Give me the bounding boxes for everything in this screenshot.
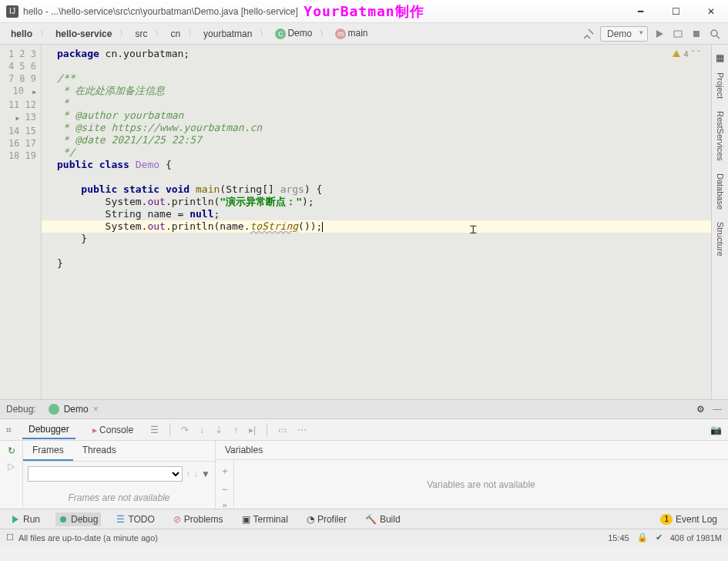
resume-icon[interactable]: ▷ [8, 461, 15, 472]
run-config-selector[interactable]: Demo [600, 26, 648, 42]
svg-rect-1 [693, 31, 699, 37]
status-hide-icon[interactable]: ☐ [6, 532, 14, 543]
right-tool-strip: ▦ Project RestServices Database Structur… [711, 45, 728, 399]
tool-database[interactable]: Database [716, 170, 725, 213]
force-step-into-icon[interactable]: ⇣ [215, 425, 223, 435]
warning-icon [672, 49, 681, 59]
tw-run[interactable]: Run [8, 512, 43, 526]
frames-empty: Frames are not available [23, 486, 215, 509]
attach-icon[interactable] [671, 27, 685, 41]
bug-icon[interactable]: ⌗ [6, 425, 12, 435]
add-watch-icon[interactable]: ＋ [220, 465, 230, 478]
chevron-down-icon[interactable]: ˇ [697, 49, 700, 59]
tab-console[interactable]: ▸ Console [86, 422, 139, 438]
tw-build[interactable]: 🔨Build [362, 512, 404, 526]
breadcrumbs: hello〉 hello-service〉 src〉 cn〉 yourbatma… [6, 26, 372, 41]
line-gutter: 1 2 3 4 5 6 7 8 9 10 ▶ 11 12 ▶ 13 14 15 … [0, 45, 42, 399]
caret-position[interactable]: 15:45 [608, 533, 629, 543]
crumb-hello[interactable]: hello [6, 27, 37, 41]
debug-label: Debug: [6, 404, 36, 415]
variables-header: Variables [216, 441, 728, 460]
tool-structure[interactable]: Structure [716, 219, 725, 260]
run-to-cursor-icon[interactable]: ▸| [249, 425, 256, 435]
frames-panel: Frames Threads ↑ ↓ ▼ Frames are not avai… [23, 441, 216, 509]
next-frame-icon[interactable]: ↓ [193, 469, 198, 479]
memory-indicator[interactable]: 408 of 1981M [670, 533, 722, 543]
variables-panel: Variables ＋ − » Variables are not availa… [216, 441, 728, 509]
event-count-badge: 1 [660, 514, 673, 525]
crumb-src[interactable]: src [130, 27, 152, 41]
crumb-cn[interactable]: cn [166, 27, 185, 41]
inspection-summary[interactable]: 4 ˆ ˇ [672, 49, 700, 59]
svg-rect-0 [674, 31, 682, 37]
tab-threads[interactable]: Threads [73, 441, 126, 461]
stop-icon[interactable] [689, 27, 703, 41]
titlebar: IJ hello - ...\hello-service\src\cn\your… [0, 0, 728, 23]
class-icon [49, 404, 59, 415]
thread-dump-icon[interactable]: 📷 [710, 425, 722, 435]
svg-point-2 [711, 30, 717, 36]
prev-frame-icon[interactable]: ↑ [186, 469, 190, 479]
watermark-text: YourBatman制作 [304, 2, 424, 21]
tool-project[interactable]: Project [716, 69, 725, 102]
crumb-demo[interactable]: CDemo [270, 26, 317, 41]
method-icon: m [335, 29, 346, 39]
tab-debugger[interactable]: Debugger [22, 421, 75, 439]
variables-empty: Variables are not available [234, 460, 728, 509]
status-bar: ☐ All files are up-to-date (a minute ago… [0, 529, 728, 546]
inspection-ok-icon[interactable]: ✔ [656, 532, 663, 543]
show-watches-icon[interactable]: » [223, 501, 227, 509]
layout-icon[interactable]: ☰ [150, 425, 159, 435]
rerun-icon[interactable]: ↻ [8, 445, 15, 456]
svg-point-4 [60, 516, 66, 522]
tw-problems[interactable]: ⊘Problems [170, 512, 226, 526]
editor-area: 1 2 3 4 5 6 7 8 9 10 ▶ 11 12 ▶ 13 14 15 … [0, 45, 728, 399]
debug-side-actions: ↻ ▷ [0, 441, 23, 509]
fold-icon[interactable]: ▶ [15, 113, 19, 125]
step-into-icon[interactable]: ↓ [200, 425, 204, 435]
tw-todo[interactable]: ☰TODO [113, 512, 157, 526]
image-tool-icon[interactable]: ▦ [716, 52, 724, 63]
search-icon[interactable] [708, 27, 722, 41]
tw-profiler[interactable]: ◔Profiler [304, 512, 350, 526]
app-icon: IJ [6, 5, 18, 18]
close-button[interactable]: ✕ [700, 4, 722, 19]
fold-icon[interactable]: ▶ [32, 86, 36, 99]
debug-toolbar: ⌗ Debugger ▸ Console ☰ ↷ ↓ ⇣ ↑ ▸| ▭ ⋯ 📷 [0, 419, 728, 441]
thread-selector[interactable] [28, 466, 183, 482]
maximize-button[interactable]: ☐ [665, 4, 686, 19]
gear-icon[interactable]: ⚙ [696, 404, 705, 415]
chevron-up-icon[interactable]: ˆ [692, 49, 695, 59]
code-editor[interactable]: package cn.yourbatman; /** * 在此处添加备注信息 *… [42, 45, 711, 399]
crumb-yourbatman[interactable]: yourbatman [199, 27, 257, 41]
class-icon: C [275, 29, 286, 39]
debug-body: ↻ ▷ Frames Threads ↑ ↓ ▼ Frames are not … [0, 441, 728, 509]
filter-icon[interactable]: ▼ [201, 469, 210, 479]
evaluate-icon[interactable]: ▭ [278, 425, 287, 435]
tw-eventlog[interactable]: 1 Event Log [657, 512, 720, 526]
run-icon[interactable] [653, 27, 666, 41]
minimize-button[interactable]: ━ [629, 4, 651, 19]
tw-debug[interactable]: Debug [55, 512, 101, 526]
debug-session-tab[interactable]: Demo × [44, 402, 103, 416]
tw-terminal[interactable]: ▣Terminal [239, 512, 291, 526]
lock-icon[interactable]: 🔒 [637, 532, 648, 543]
status-message: All files are up-to-date (a minute ago) [18, 533, 158, 543]
debug-panel-header: Debug: Demo × ⚙ — [0, 399, 728, 419]
minimize-panel-icon[interactable]: — [713, 404, 722, 415]
build-icon[interactable] [582, 27, 595, 41]
more-icon[interactable]: ⋯ [297, 425, 307, 435]
crumb-hello-service[interactable]: hello-service [51, 27, 116, 41]
text-cursor-icon: Ꮖ [470, 223, 477, 236]
step-over-icon[interactable]: ↷ [181, 425, 189, 435]
tool-restservices[interactable]: RestServices [716, 108, 725, 164]
svg-line-3 [716, 35, 720, 39]
remove-watch-icon[interactable]: − [222, 484, 227, 495]
crumb-main[interactable]: mmain [330, 26, 372, 41]
close-icon[interactable]: × [93, 404, 99, 415]
tool-window-bar: Run Debug ☰TODO ⊘Problems ▣Terminal ◔Pro… [0, 509, 728, 529]
navigation-bar: hello〉 hello-service〉 src〉 cn〉 yourbatma… [0, 23, 728, 45]
step-out-icon[interactable]: ↑ [233, 425, 238, 435]
tab-frames[interactable]: Frames [23, 441, 73, 461]
window-title: hello - ...\hello-service\src\cn\yourbat… [23, 6, 298, 17]
